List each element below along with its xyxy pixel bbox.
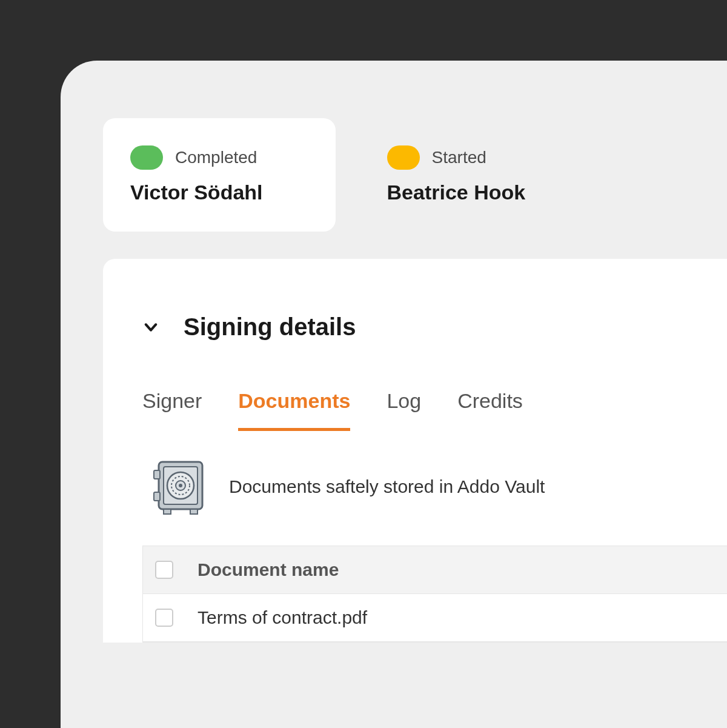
status-label: Completed xyxy=(175,148,257,167)
section-title: Signing details xyxy=(184,313,356,341)
tab-log[interactable]: Log xyxy=(387,389,421,431)
signer-name: Victor Södahl xyxy=(130,181,263,204)
signer-status-row: Started xyxy=(387,145,526,170)
chevron-down-icon xyxy=(142,319,159,336)
section-header[interactable]: Signing details xyxy=(103,313,727,341)
document-name-cell: Terms of contract.pdf xyxy=(198,607,367,628)
signer-name: Beatrice Hook xyxy=(387,181,526,204)
checkbox-row[interactable] xyxy=(155,609,173,627)
tab-documents[interactable]: Documents xyxy=(238,389,350,431)
svg-rect-2 xyxy=(154,470,160,479)
svg-point-9 xyxy=(179,484,182,487)
status-pill-green xyxy=(130,145,163,170)
vault-text: Documents saftely stored in Addo Vault xyxy=(229,476,545,497)
details-panel: Signing details Signer Documents Log Cre… xyxy=(103,259,727,643)
signer-card-started[interactable]: Started Beatrice Hook xyxy=(360,118,599,232)
column-header-name: Document name xyxy=(198,559,339,580)
vault-row: Documents saftely stored in Addo Vault xyxy=(103,431,727,515)
tabs: Signer Documents Log Credits xyxy=(103,341,727,431)
table-row[interactable]: Terms of contract.pdf xyxy=(143,594,727,642)
svg-rect-4 xyxy=(164,509,171,514)
signer-card-completed[interactable]: Completed Victor Södahl xyxy=(103,118,336,232)
tab-credits[interactable]: Credits xyxy=(457,389,523,431)
app-window: Completed Victor Södahl Started Beatrice… xyxy=(61,61,727,728)
status-label: Started xyxy=(432,148,486,167)
table-header: Document name xyxy=(143,546,727,594)
documents-table: Document name Terms of contract.pdf xyxy=(142,546,727,643)
svg-rect-3 xyxy=(154,492,160,501)
signer-cards: Completed Victor Södahl Started Beatrice… xyxy=(61,61,727,232)
vault-safe-icon xyxy=(151,458,205,515)
tab-signer[interactable]: Signer xyxy=(142,389,202,431)
status-pill-yellow xyxy=(387,145,420,170)
svg-rect-5 xyxy=(190,509,198,514)
checkbox-select-all[interactable] xyxy=(155,561,173,579)
signer-status-row: Completed xyxy=(130,145,263,170)
